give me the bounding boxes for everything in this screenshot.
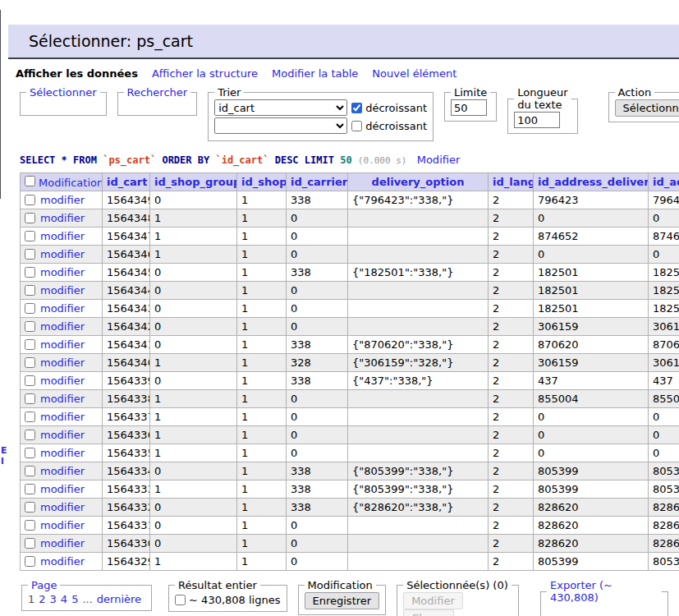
- row-modify-link[interactable]: modifier: [40, 519, 85, 531]
- row-modify-link[interactable]: modifier: [40, 338, 85, 351]
- cell-id_carrier: 0: [287, 553, 348, 571]
- sql-edit-link[interactable]: Modifier: [417, 154, 461, 166]
- cell-id_shop_group: 1: [150, 354, 237, 372]
- row-checkbox[interactable]: [25, 303, 35, 314]
- select-columns-link[interactable]: Sélectionner: [30, 86, 97, 99]
- select-submit-button[interactable]: Sélectionner: [615, 99, 679, 117]
- row-checkbox[interactable]: [25, 484, 35, 494]
- nav-link-4[interactable]: Nouvel élément: [372, 67, 456, 80]
- row-checkbox[interactable]: [25, 249, 35, 260]
- cell-id_address_invoice: 828620: [649, 517, 679, 535]
- page-link-4[interactable]: 4: [61, 593, 67, 605]
- page-link-5[interactable]: 5: [71, 593, 78, 605]
- row-modify-link[interactable]: modifier: [40, 501, 85, 513]
- page-legend-link[interactable]: Page: [31, 579, 57, 591]
- row-modify-link[interactable]: modifier: [40, 212, 85, 224]
- row-checkbox[interactable]: [25, 267, 35, 278]
- row-modify-link[interactable]: modifier: [40, 465, 85, 477]
- row-checkbox[interactable]: [25, 231, 35, 241]
- column-header-id_address_invoice[interactable]: id_address_invoice: [653, 176, 679, 188]
- row-modify-link[interactable]: modifier: [40, 393, 85, 405]
- row-modify-link[interactable]: modifier: [40, 356, 85, 369]
- sort-desc-checkbox-1[interactable]: [351, 103, 362, 113]
- modification-legend: Modification: [305, 579, 376, 591]
- row-modify-link[interactable]: modifier: [40, 320, 85, 333]
- row-checkbox[interactable]: [25, 520, 35, 531]
- text-length-input[interactable]: [514, 112, 560, 128]
- row-modify-link[interactable]: modifier: [40, 375, 85, 387]
- limit-input[interactable]: [451, 99, 487, 116]
- column-header-delivery_option[interactable]: delivery_option: [372, 176, 465, 188]
- cell-id_address_delivery: 182501: [534, 300, 649, 318]
- row-modify-link[interactable]: modifier: [40, 284, 85, 297]
- row-checkbox[interactable]: [25, 195, 35, 205]
- search-link[interactable]: Rechercher: [127, 86, 188, 99]
- row-modify-link[interactable]: modifier: [40, 447, 85, 459]
- cell-id_shop_group: 1: [150, 480, 237, 499]
- column-header-id_address_delivery[interactable]: id_address_delivery: [538, 176, 649, 188]
- row-modify-link[interactable]: modifier: [40, 230, 85, 242]
- row-modify-link[interactable]: modifier: [40, 411, 85, 423]
- column-header-id_carrier[interactable]: id_carrier: [291, 176, 347, 188]
- cell-id_cart: 1564348: [103, 209, 150, 228]
- table-row: modifier156433901338{"437":"338,"}243743…: [21, 372, 679, 390]
- row-checkbox[interactable]: [25, 321, 35, 332]
- row-checkbox[interactable]: [25, 448, 35, 458]
- cell-modification: modifier: [21, 282, 103, 300]
- cell-id_address_invoice: 306159: [649, 354, 679, 372]
- whole-result-label[interactable]: ~ 430,808 lignes: [175, 592, 280, 606]
- cell-id_cart: 1564342: [103, 318, 150, 336]
- select-all-checkbox[interactable]: [25, 176, 35, 186]
- row-checkbox[interactable]: [25, 502, 35, 513]
- cell-id_address_delivery: 828620: [534, 517, 649, 535]
- row-checkbox[interactable]: [25, 213, 35, 223]
- export-link[interactable]: Exporter (~ 430,808): [550, 579, 612, 604]
- column-header-id_cart[interactable]: id_cart: [107, 176, 147, 188]
- nav-link-2[interactable]: Afficher la structure: [152, 67, 258, 80]
- page-link-3[interactable]: 3: [50, 593, 57, 605]
- row-checkbox[interactable]: [25, 339, 35, 350]
- cell-id_address_invoice: 805399: [649, 480, 679, 499]
- cell-delivery_option: [348, 246, 489, 264]
- row-modify-link[interactable]: modifier: [40, 302, 85, 315]
- page-last-link[interactable]: dernière: [97, 593, 141, 605]
- row-checkbox[interactable]: [25, 357, 35, 368]
- whole-result-checkbox[interactable]: [175, 595, 186, 605]
- cell-id_shop: 1: [237, 426, 287, 444]
- sort-desc-label-1[interactable]: décroissant: [351, 102, 427, 114]
- row-modify-link[interactable]: modifier: [40, 248, 85, 260]
- row-modify-link[interactable]: modifier: [40, 537, 85, 549]
- page-link-2[interactable]: 2: [39, 593, 45, 605]
- row-checkbox[interactable]: [25, 466, 35, 476]
- cell-id_lang: 2: [489, 517, 534, 535]
- sort-column-select-2[interactable]: [214, 117, 347, 134]
- row-modify-link[interactable]: modifier: [40, 555, 85, 568]
- row-modify-link[interactable]: modifier: [40, 194, 85, 206]
- column-header-id_shop[interactable]: id_shop: [241, 176, 287, 188]
- nav-link-3[interactable]: Modifier la table: [272, 67, 358, 80]
- selected-modifier-button[interactable]: Modifier: [403, 592, 463, 609]
- row-checkbox[interactable]: [25, 375, 35, 386]
- row-modify-link[interactable]: modifier: [40, 266, 85, 278]
- sort-desc-checkbox-2[interactable]: [351, 121, 362, 131]
- row-checkbox[interactable]: [25, 556, 35, 567]
- cell-id_shop: 1: [237, 264, 287, 282]
- sort-desc-label-2[interactable]: décroissant: [351, 120, 427, 132]
- nav-link-1[interactable]: Afficher les données: [16, 67, 138, 80]
- row-checkbox[interactable]: [25, 430, 35, 440]
- row-checkbox[interactable]: [25, 393, 35, 404]
- column-header-id_lang[interactable]: id_lang: [493, 176, 534, 188]
- save-button[interactable]: Enregistrer: [305, 592, 380, 609]
- selected-cloner-button[interactable]: Cloner: [403, 609, 454, 616]
- cell-id_carrier: 0: [287, 517, 348, 535]
- row-checkbox[interactable]: [25, 538, 35, 549]
- row-modify-link[interactable]: modifier: [40, 483, 85, 495]
- main-content: Sélectionner: ps_cart Afficher les donné…: [8, 25, 679, 616]
- column-header-id_shop_group[interactable]: id_shop_group: [154, 176, 237, 188]
- modification-header-link[interactable]: Modification: [39, 177, 103, 189]
- cell-id_address_invoice: 796423: [649, 191, 679, 209]
- row-checkbox[interactable]: [25, 411, 35, 422]
- sort-column-select[interactable]: id_cart: [214, 99, 347, 116]
- row-modify-link[interactable]: modifier: [40, 429, 85, 441]
- row-checkbox[interactable]: [25, 285, 35, 296]
